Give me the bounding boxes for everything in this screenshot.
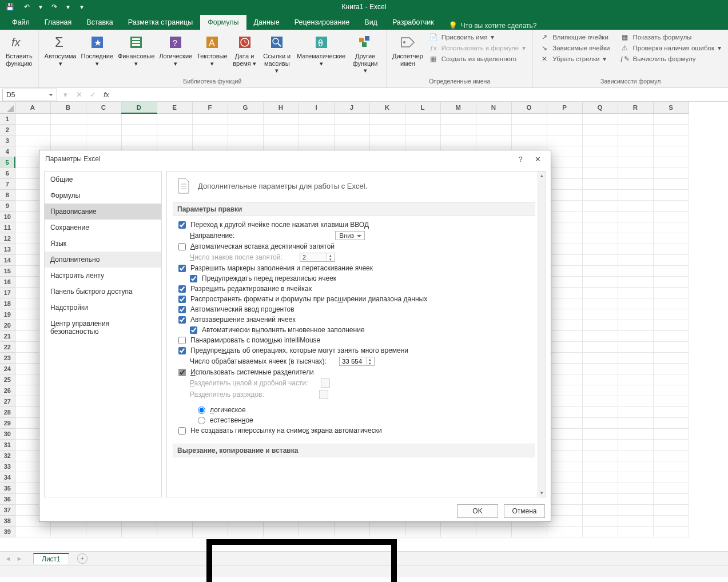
- cell[interactable]: [582, 276, 618, 287]
- cell[interactable]: [121, 526, 157, 537]
- cell[interactable]: [334, 124, 369, 135]
- chk-move-after-enter[interactable]: [178, 221, 186, 229]
- remove-arrows-button[interactable]: ✕Убрать стрелки ▾: [536, 54, 613, 64]
- cell[interactable]: [582, 320, 618, 330]
- cell[interactable]: [547, 309, 582, 320]
- tab-home[interactable]: Главная: [37, 15, 79, 30]
- cell[interactable]: [618, 244, 653, 254]
- nav-quick-access[interactable]: Панель быстрого доступа: [45, 284, 161, 300]
- column-header[interactable]: E: [157, 102, 192, 113]
- cell[interactable]: [50, 113, 86, 124]
- cell[interactable]: [582, 341, 618, 352]
- cell[interactable]: [653, 385, 689, 396]
- cell[interactable]: [618, 396, 653, 406]
- dec-sep-input[interactable]: [321, 378, 330, 388]
- cell[interactable]: [618, 157, 653, 168]
- cell[interactable]: [50, 135, 86, 146]
- cell[interactable]: [618, 276, 653, 287]
- column-header[interactable]: P: [547, 102, 582, 113]
- cell[interactable]: [547, 483, 582, 493]
- cell[interactable]: [547, 189, 582, 200]
- tab-data[interactable]: Данные: [246, 15, 287, 30]
- cell[interactable]: [582, 363, 618, 374]
- row-header[interactable]: 6: [0, 168, 15, 178]
- column-header[interactable]: A: [15, 102, 50, 113]
- cell[interactable]: [653, 276, 689, 287]
- column-header[interactable]: D: [121, 102, 157, 113]
- cell[interactable]: [369, 124, 405, 135]
- cell[interactable]: [582, 472, 618, 483]
- row-header[interactable]: 18: [0, 298, 15, 309]
- row-header[interactable]: 36: [0, 493, 15, 504]
- cell[interactable]: [263, 124, 299, 135]
- cell[interactable]: [405, 135, 440, 146]
- cell[interactable]: [653, 374, 689, 385]
- cell[interactable]: [547, 493, 582, 504]
- chk-extend-formats[interactable]: [178, 296, 186, 303]
- cancel-entry-icon[interactable]: ✕: [72, 89, 86, 101]
- name-manager-button[interactable]: Диспетчеримен: [390, 32, 425, 68]
- radio-logical[interactable]: [198, 406, 205, 414]
- cell[interactable]: [547, 124, 582, 135]
- column-header[interactable]: R: [618, 102, 653, 113]
- cell[interactable]: [582, 385, 618, 396]
- row-header[interactable]: 3: [0, 135, 15, 146]
- row-header[interactable]: 25: [0, 374, 15, 385]
- cell[interactable]: [547, 276, 582, 287]
- cell[interactable]: [157, 135, 192, 146]
- cell[interactable]: [86, 124, 121, 135]
- cell[interactable]: [547, 178, 582, 189]
- cell[interactable]: [653, 124, 689, 135]
- cell[interactable]: [618, 483, 653, 493]
- cell[interactable]: [547, 265, 582, 276]
- cell[interactable]: [547, 385, 582, 396]
- create-from-selection-button[interactable]: ▦Создать из выделенного: [425, 54, 529, 64]
- row-header[interactable]: 2: [0, 124, 15, 135]
- row-header[interactable]: 37: [0, 504, 15, 515]
- cell[interactable]: [476, 135, 511, 146]
- dec-places-spinner[interactable]: ▴▾: [300, 253, 335, 262]
- namebox-expand-icon[interactable]: ▾: [58, 89, 72, 101]
- cell[interactable]: [653, 189, 689, 200]
- row-header[interactable]: 14: [0, 254, 15, 265]
- cell[interactable]: [547, 352, 582, 363]
- cell[interactable]: [618, 439, 653, 450]
- row-header[interactable]: 33: [0, 461, 15, 472]
- cell[interactable]: [618, 493, 653, 504]
- row-header[interactable]: 26: [0, 385, 15, 396]
- select-all-corner[interactable]: [0, 102, 15, 113]
- cell[interactable]: [618, 472, 653, 483]
- cell[interactable]: [653, 309, 689, 320]
- column-header[interactable]: J: [334, 102, 369, 113]
- lookup-button[interactable]: Ссылки имассивы ▾: [260, 32, 295, 75]
- cell[interactable]: [618, 428, 653, 439]
- cell[interactable]: [582, 309, 618, 320]
- undo-more-icon[interactable]: ▾: [34, 1, 47, 13]
- more-functions-button[interactable]: Другиефункции ▾: [348, 32, 383, 75]
- nav-trust-center[interactable]: Центр управления безопасностью: [45, 316, 161, 340]
- cell[interactable]: [618, 211, 653, 222]
- cell[interactable]: [476, 526, 511, 537]
- column-header[interactable]: K: [369, 102, 405, 113]
- column-header[interactable]: L: [405, 102, 440, 113]
- add-sheet-icon[interactable]: ＋: [77, 553, 87, 564]
- cell[interactable]: [653, 396, 689, 406]
- cell[interactable]: [653, 233, 689, 244]
- cell[interactable]: [334, 113, 369, 124]
- column-header[interactable]: H: [263, 102, 299, 113]
- cell[interactable]: [476, 113, 511, 124]
- cell[interactable]: [157, 526, 192, 537]
- chk-auto-decimal[interactable]: [178, 243, 186, 250]
- cell[interactable]: [192, 135, 228, 146]
- cell[interactable]: [582, 330, 618, 341]
- cell[interactable]: [618, 515, 653, 526]
- show-formulas-button[interactable]: ▦Показать формулы: [617, 32, 725, 42]
- column-header[interactable]: G: [228, 102, 263, 113]
- insert-function-button[interactable]: fx Вставитьфункцию: [3, 32, 35, 68]
- cell[interactable]: [582, 233, 618, 244]
- cell[interactable]: [121, 113, 157, 124]
- cell[interactable]: [653, 200, 689, 211]
- cell[interactable]: [618, 341, 653, 352]
- row-header[interactable]: 4: [0, 146, 15, 157]
- column-header[interactable]: M: [440, 102, 476, 113]
